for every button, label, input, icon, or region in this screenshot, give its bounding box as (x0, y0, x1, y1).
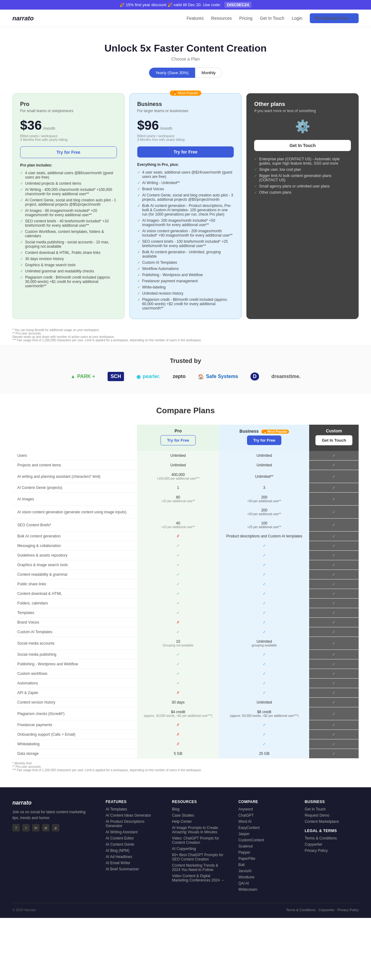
compare-pro-value: ✓ (137, 659, 219, 669)
footnote-3: Narrato seats up and down with number of… (12, 335, 359, 339)
compare-biz-value: ✓ (219, 608, 309, 618)
compare-pro-cta[interactable]: Try for Free (160, 435, 196, 445)
footer-link[interactable]: CustomContent (238, 838, 293, 842)
footer-link[interactable]: AI Content Ideas Generator (106, 813, 160, 818)
footer-link[interactable]: AI Image Prompts to Create Amazing Visua… (172, 826, 226, 834)
nav-resources[interactable]: Resources (211, 16, 232, 21)
toggle-yearly[interactable]: Yearly (Save 30%) (149, 68, 195, 78)
nav-logo[interactable]: narrato (12, 15, 34, 22)
footer-link[interactable]: Content Marketplace (304, 819, 359, 824)
footer-link[interactable]: AI Writing Assistant (106, 830, 160, 834)
compare-biz-value: Unlimited (219, 451, 309, 460)
nav-contact[interactable]: Get In Touch (260, 16, 285, 21)
footer-link[interactable]: Bait (238, 862, 293, 867)
gear-icon: ⚙️ (254, 119, 351, 134)
compare-pro-value: ✗ (137, 531, 219, 541)
social-twitter[interactable]: t (22, 824, 30, 832)
footer-link[interactable]: Wordtune (238, 875, 293, 879)
list-item: ✓White-labeling (137, 284, 234, 290)
footer-col-features: FEATURES AI Templates AI Content Ideas G… (106, 800, 160, 894)
footer-link[interactable]: Writecream (238, 887, 293, 892)
business-cta-button[interactable]: Try for Free (137, 146, 234, 158)
footer-link[interactable]: Jasper (238, 832, 293, 836)
custom-cta-button[interactable]: Get In Touch (254, 140, 351, 151)
footer-copywriter-link[interactable]: Copywriter (304, 842, 359, 846)
footer-bottom-copywriter[interactable]: Copywriter (318, 908, 335, 912)
compare-biz-value: ✓ (219, 740, 309, 749)
footer-link[interactable]: AI Blog (NPM) (106, 848, 160, 853)
discount-code: DISC0EC24 (224, 2, 251, 8)
footer-col-compare: COMPARE Anyword ChatGPT Word AI EasyCont… (238, 800, 293, 894)
compare-custom-value: ✓ (309, 493, 359, 506)
footer-link[interactable]: Request Demo (304, 813, 359, 818)
footer-link[interactable]: Video: ChatGPT Prompts for Content Creat… (172, 836, 226, 845)
footer-link[interactable]: Video Content & Digital Marketing Confer… (172, 874, 226, 882)
compare-biz-cta[interactable]: Try for Free (247, 436, 281, 445)
compare-feature-label: Content version history (12, 698, 137, 707)
compare-custom-value: ✓ (309, 740, 359, 749)
footer-link[interactable]: AI Copywriting (172, 846, 226, 851)
compare-feature-label: AI vision content generation (generate c… (12, 506, 137, 519)
list-item: ✓Publishing - Wordpress and Webflow (137, 272, 234, 278)
compare-feature-label: Users (12, 451, 137, 460)
pro-cta-button[interactable]: Try for Free (20, 146, 117, 158)
nav-features[interactable]: Features (187, 16, 204, 21)
compare-pro-value: ✗ (137, 730, 219, 740)
footer-link[interactable]: EasyContent (238, 826, 293, 830)
compare-feature-label: Plagiarism checks (iScredit*) (12, 707, 137, 720)
footer-link[interactable]: Content Marketing Trends & 2024 You Need… (172, 863, 226, 872)
compare-feature-label: Graphics & image search tools (12, 560, 137, 570)
footer-link[interactable]: QAi AI (238, 881, 293, 886)
footer-link[interactable]: AI Ad Headlines (106, 854, 160, 859)
footer-link[interactable]: Anyword (238, 807, 293, 811)
footer-brand: narrato Join us on social for latest con… (12, 800, 93, 894)
footer-link[interactable]: Word AI (238, 819, 293, 824)
nav-login[interactable]: Login (292, 16, 302, 21)
footer-link[interactable]: Help Center (172, 819, 226, 824)
social-linkedin[interactable]: in (32, 824, 40, 832)
compare-pro-value: ✓ (137, 570, 219, 579)
footer-terms-link[interactable]: Terms & Conditions (304, 836, 359, 840)
compare-custom-cta[interactable]: Get In Touch (315, 435, 352, 445)
footer-link[interactable]: AI Email Writer (106, 861, 160, 865)
footer-privacy-link[interactable]: Privacy Policy (304, 848, 359, 853)
footer-bottom-terms[interactable]: Terms & Conditions (286, 908, 315, 912)
footer-link[interactable]: AI Brief Summarizer (106, 867, 160, 871)
footer-link[interactable]: Get In Touch (304, 807, 359, 811)
footer-link[interactable]: Scalenut (238, 844, 293, 848)
compare-biz-value: ✓ (219, 570, 309, 579)
list-item: ✓Graphics & image search tools (20, 262, 117, 268)
footer-bottom-privacy[interactable]: Privacy Policy (337, 908, 359, 912)
logo-zepto: zepto (173, 374, 186, 379)
custom-plan-card: Other plans If you want more or less of … (246, 93, 359, 319)
toggle-monthly[interactable]: Monthly (195, 68, 222, 78)
list-item: ✓AI Writing - 400,000 chars/month includ… (20, 186, 117, 197)
compare-feature-label: Freelancer payments (12, 720, 137, 730)
social-facebook[interactable]: f (12, 824, 20, 832)
nav-pricing[interactable]: Pricing (239, 16, 253, 21)
compare-pro-value: ✓ (137, 560, 219, 570)
footer-link[interactable]: JarvisAI (238, 869, 293, 873)
social-youtube[interactable]: yt (42, 824, 50, 832)
footer-link[interactable]: Pepper (238, 850, 293, 854)
compare-biz-value: ✓ (219, 688, 309, 698)
logo-safe: 🏠Safe Systems (198, 374, 238, 380)
compare-custom-value: ✓ (309, 560, 359, 570)
compare-custom-value: ✓ (309, 637, 359, 650)
footer-link[interactable]: 60+ Best ChatGPT Prompts for SEO Content… (172, 853, 226, 861)
social-pinterest[interactable]: p (52, 824, 59, 832)
list-item: ✓Custom Workflows, content templates, fo… (20, 229, 117, 239)
footer-link[interactable]: ChatGPT (238, 813, 293, 818)
footer-link[interactable]: Case Studies (172, 813, 226, 818)
footer-link[interactable]: AI Content Genie (106, 842, 160, 846)
compare-biz-value: ✓ (219, 589, 309, 598)
nav-cta-button[interactable]: Try Narrato Free → (310, 13, 359, 23)
footer-link[interactable]: PaperFlite (238, 856, 293, 861)
compare-section: Compare Plans Pro Try for Free Business … (0, 393, 371, 787)
footer-link[interactable]: AI Templates (106, 807, 160, 811)
footer-link[interactable]: AI Content Editor (106, 836, 160, 840)
footer-link[interactable]: AI Product Descriptions Generator (106, 819, 160, 828)
footer-link[interactable]: Blog (172, 807, 226, 811)
compare-custom-value: ✓ (309, 749, 359, 759)
compare-biz-value: Unlimited (219, 698, 309, 707)
